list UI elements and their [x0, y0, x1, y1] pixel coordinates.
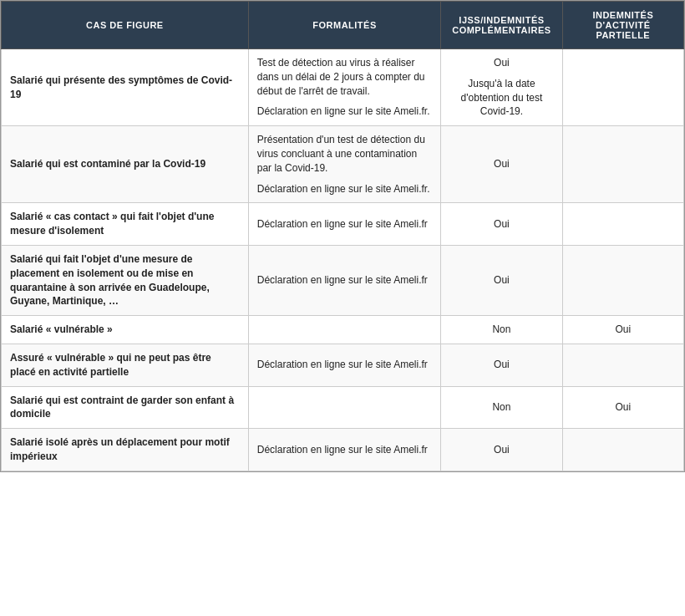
cell-formalites: [248, 316, 441, 344]
header-cas: CAS DE FIGURE: [2, 2, 249, 49]
cell-formalites: Déclaration en ligne sur le site Ameli.f…: [248, 245, 441, 315]
table-row: Salarié qui est contraint de garder son …: [2, 386, 684, 429]
cell-cas: Salarié qui présente des symptômes de Co…: [2, 49, 249, 126]
cell-cas: Salarié qui est contraint de garder son …: [2, 386, 249, 429]
table-row: Salarié « vulnérable »NonOui: [2, 316, 684, 344]
cell-formalites: [248, 386, 441, 429]
cell-ijss: OuiJusqu'à la date d'obtention du test C…: [441, 49, 562, 126]
cell-ijss: Non: [441, 386, 562, 429]
table-row: Salarié qui fait l'objet d'une mesure de…: [2, 245, 684, 315]
table-row: Assuré « vulnérable » qui ne peut pas êt…: [2, 344, 684, 386]
cell-formalites: Présentation d'un test de détection du v…: [248, 126, 441, 203]
cell-ijss: Oui: [441, 203, 562, 246]
cell-formalites: Déclaration en ligne sur le site Ameli.f…: [248, 344, 441, 386]
header-ijss: IJSS/INDEMNITÉS COMPLÉMENTAIRES: [441, 2, 562, 49]
header-activite: INDEMNITÉS D'ACTIVITÉ PARTIELLE: [562, 2, 683, 49]
cell-activite: [562, 203, 683, 246]
cell-ijss: Oui: [441, 126, 562, 203]
table-row: Salarié « cas contact » qui fait l'objet…: [2, 203, 684, 246]
table-row: Salarié qui présente des symptômes de Co…: [2, 49, 684, 126]
cell-formalites: Déclaration en ligne sur le site Ameli.f…: [248, 429, 441, 471]
cell-activite: Oui: [562, 316, 683, 344]
cell-activite: [562, 126, 683, 203]
cell-formalites: Test de détection au virus à réaliser da…: [248, 49, 441, 126]
table-row: Salarié isolé après un déplacement pour …: [2, 429, 684, 471]
cell-ijss: Oui: [441, 245, 562, 315]
table-row: Salarié qui est contaminé par la Covid-1…: [2, 126, 684, 203]
cell-activite: [562, 245, 683, 315]
cell-ijss: Oui: [441, 344, 562, 386]
cell-cas: Salarié qui fait l'objet d'une mesure de…: [2, 245, 249, 315]
cell-formalites: Déclaration en ligne sur le site Ameli.f…: [248, 203, 441, 246]
header-formalites: FORMALITÉS: [248, 2, 441, 49]
cell-cas: Salarié qui est contaminé par la Covid-1…: [2, 126, 249, 203]
cell-cas: Assuré « vulnérable » qui ne peut pas êt…: [2, 344, 249, 386]
cell-activite: [562, 429, 683, 471]
cell-ijss: Non: [441, 316, 562, 344]
cell-cas: Salarié isolé après un déplacement pour …: [2, 429, 249, 471]
cell-activite: Oui: [562, 386, 683, 429]
cell-ijss: Oui: [441, 429, 562, 471]
cell-cas: Salarié « vulnérable »: [2, 316, 249, 344]
cell-activite: [562, 49, 683, 126]
cell-activite: [562, 344, 683, 386]
cell-cas: Salarié « cas contact » qui fait l'objet…: [2, 203, 249, 246]
